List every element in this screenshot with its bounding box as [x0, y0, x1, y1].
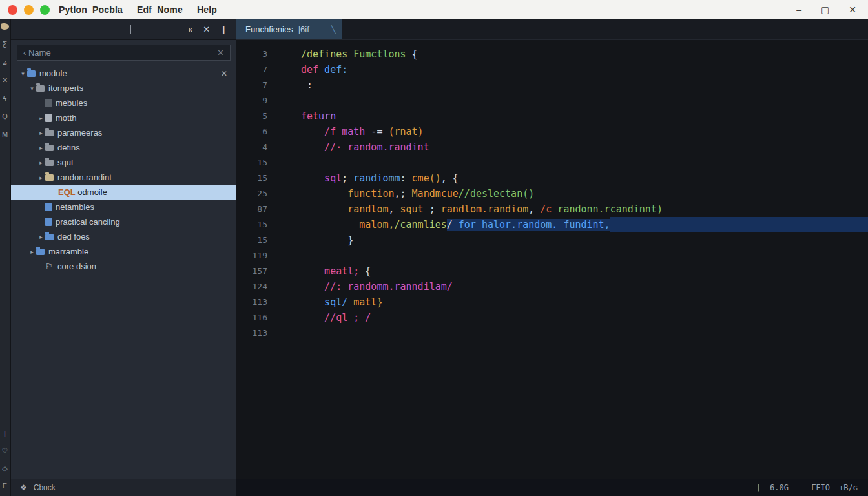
- code-line[interactable]: 4//· random.randint: [236, 140, 868, 155]
- code-line[interactable]: 7def def:: [236, 62, 868, 78]
- code-text: malom,/canmlies/ for halor.random. fundi…: [301, 217, 610, 232]
- activity-bar: Ƹʑ✕ϟϘM |♡◇E: [0, 19, 10, 496]
- code-token: matl}: [347, 296, 382, 308]
- bar-icon[interactable]: ❙: [220, 25, 227, 34]
- code-line[interactable]: 15}: [236, 232, 868, 248]
- code-line[interactable]: 3/defines Fumctlons {: [236, 46, 868, 62]
- tree-item[interactable]: ▸squt: [11, 155, 236, 170]
- tree-item[interactable]: ▸marramble: [11, 244, 236, 259]
- sidebar-search-input[interactable]: ‹ Name ✕: [17, 45, 231, 61]
- tree-item[interactable]: ▾module✕: [11, 66, 236, 81]
- selection-fill: [610, 217, 868, 232]
- code-token: randonn.rcandinnt): [552, 203, 663, 215]
- status-item: —: [798, 483, 802, 492]
- chevron-right-icon[interactable]: ▸: [37, 130, 45, 136]
- code-token: ; /: [347, 312, 371, 324]
- code-line[interactable]: 7:: [236, 78, 868, 93]
- z-glyph-icon[interactable]: ʑ: [3, 59, 7, 66]
- code-token: randlom: [347, 203, 388, 215]
- code-line[interactable]: 124//: randomm.ranndilam/: [236, 279, 868, 294]
- tree-item[interactable]: ⚐core dsion: [11, 259, 236, 274]
- code-token: squt: [400, 203, 424, 215]
- folder-icon: [36, 249, 45, 255]
- code-line[interactable]: 15malom,/canmlies/ for halor.random. fun…: [236, 217, 868, 232]
- tree-item[interactable]: practical cancling: [11, 214, 236, 229]
- paint-blob-icon[interactable]: [1, 23, 9, 30]
- chevron-down-icon[interactable]: ▾: [28, 85, 36, 92]
- tree-item[interactable]: netambles: [11, 200, 236, 214]
- traffic-light-minimize-button[interactable]: [24, 5, 34, 15]
- close-icon[interactable]: ✕: [203, 25, 210, 34]
- diamond-icon[interactable]: ◇: [2, 465, 7, 472]
- code-token: fet: [301, 110, 318, 122]
- e-glyph-icon[interactable]: E: [3, 482, 7, 490]
- window-minimize-button[interactable]: –: [796, 5, 801, 15]
- chevron-right-icon[interactable]: ▸: [37, 234, 45, 240]
- circle-icon[interactable]: Ϙ: [2, 113, 8, 120]
- code-token: malom: [359, 219, 388, 231]
- code-line[interactable]: 113sql/ matl}: [236, 294, 868, 310]
- chevron-right-icon[interactable]: ▸: [37, 174, 45, 181]
- file-icon: [45, 218, 52, 226]
- code-line[interactable]: 6/f math -= (rnat): [236, 124, 868, 140]
- code-token: function: [347, 188, 394, 200]
- tree-item[interactable]: mebules: [11, 96, 236, 110]
- code-token: Mandmcue: [412, 188, 459, 200]
- cursor-icon[interactable]: ĸ: [189, 25, 193, 34]
- code-line[interactable]: 119: [236, 248, 868, 264]
- heart-icon[interactable]: ♡: [2, 448, 8, 455]
- sidebar-toolbar: ĸ✕❙: [11, 19, 236, 40]
- chevron-down-icon[interactable]: ▾: [19, 70, 27, 77]
- folder-icon: [36, 85, 45, 92]
- tree-item-label: EQL odmoile: [58, 187, 107, 197]
- traffic-light-zoom-button[interactable]: [40, 5, 50, 15]
- folder-icon: [45, 130, 54, 136]
- code-line[interactable]: 113: [236, 326, 868, 341]
- code-area[interactable]: 3/defines Fumctlons {7def def:7:95feturn…: [236, 40, 868, 479]
- line-number: 157: [236, 264, 267, 279]
- traffic-light-close-button[interactable]: [8, 5, 17, 15]
- code-token: random.randint: [347, 141, 429, 153]
- search-clear-icon[interactable]: ✕: [217, 48, 224, 57]
- chevron-right-icon[interactable]: ▸: [28, 249, 36, 255]
- window-close-button[interactable]: ✕: [849, 5, 856, 15]
- tree-item[interactable]: EQL odmoile: [11, 185, 236, 200]
- tree-item[interactable]: ▸ded foes: [11, 229, 236, 244]
- code-token: ,: [528, 203, 540, 215]
- code-line[interactable]: 25function,; Mandmcue//deslectan(): [236, 186, 868, 202]
- code-line[interactable]: 15: [236, 155, 868, 170]
- tab-close-icon[interactable]: ╲: [331, 25, 336, 34]
- squiggle-icon[interactable]: Ƹ: [3, 41, 7, 48]
- m-glyph-icon[interactable]: M: [2, 131, 8, 138]
- chevron-right-icon[interactable]: ▸: [37, 160, 45, 166]
- bar-icon[interactable]: |: [4, 430, 6, 437]
- code-line[interactable]: 87randlom, squt ; randlom.randiom, /c ra…: [236, 202, 868, 217]
- folder-icon: [45, 160, 54, 166]
- tree-item[interactable]: ▸motth: [11, 110, 236, 125]
- chevron-right-icon[interactable]: ▸: [37, 115, 45, 121]
- code-line[interactable]: 5feturn: [236, 108, 868, 124]
- status-left-label: Cbock: [34, 483, 56, 492]
- folder-icon: [45, 174, 54, 181]
- code-token: math: [336, 126, 365, 138]
- tree-item[interactable]: ▸defins: [11, 140, 236, 155]
- spark-icon[interactable]: ϟ: [3, 95, 7, 102]
- tree-item[interactable]: ▸randon.randint: [11, 170, 236, 185]
- line-number: 119: [236, 248, 267, 264]
- menu-item[interactable]: Pytlon_Pocbla: [59, 5, 123, 15]
- menu-item[interactable]: Edf_Nome: [137, 5, 183, 15]
- tree-item[interactable]: ▸parameeras: [11, 125, 236, 140]
- close-icon[interactable]: ✕: [221, 69, 227, 78]
- code-line[interactable]: 15sql; randiomm: cme(), {: [236, 170, 868, 186]
- code-line[interactable]: 116//ql ; /: [236, 310, 868, 326]
- menu-item[interactable]: Help: [197, 5, 217, 15]
- code-line[interactable]: 157meatl; {: [236, 264, 868, 279]
- close-icon[interactable]: ✕: [2, 77, 8, 84]
- chevron-right-icon[interactable]: ▸: [37, 145, 45, 151]
- window-maximize-button[interactable]: ▢: [821, 5, 829, 15]
- code-line[interactable]: 9: [236, 93, 868, 108]
- editor-tab[interactable]: Funchfienies |6if ╲: [236, 19, 342, 39]
- line-number: 124: [236, 279, 267, 294]
- folder-icon: [45, 145, 54, 151]
- tree-item[interactable]: ▾itornperts: [11, 81, 236, 96]
